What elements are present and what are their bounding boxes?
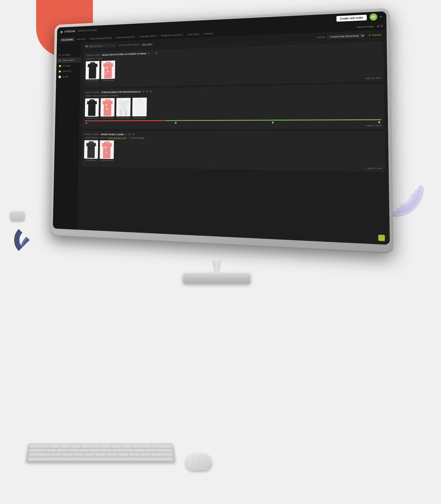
order-list-icon-1722969[interactable]: ☰ (129, 133, 131, 136)
image-thumb-6[interactable]: 7851299664.jpg (132, 98, 147, 119)
image-thumb-1[interactable]: 7435364741.jpg (85, 61, 99, 82)
key (51, 453, 61, 457)
refresh-label: Refresh (372, 33, 381, 36)
key (81, 445, 91, 449)
garment-svg-floral2 (102, 99, 113, 116)
search-input[interactable] (89, 44, 112, 47)
keyboard (26, 443, 175, 463)
garment-svg-floral3 (102, 141, 112, 158)
order-download-icon-1726036[interactable]: ⬇ (150, 90, 152, 93)
image-label-8: 13832966864.jpg (100, 159, 113, 161)
test-ftp-icon: 📁 (58, 70, 61, 73)
key (73, 453, 84, 457)
order-header-1722969: ORDER 1722969 ORDER NAME 1722969 ℹ ☰ ⬇ (84, 133, 381, 137)
list-view-icon[interactable]: ☰ (380, 25, 383, 28)
order-id-1722969: ORDER 1722969 (84, 133, 99, 135)
date-text-1722969: April 10, 2019 (367, 167, 382, 170)
refresh-button[interactable]: ↻ Refresh (367, 33, 383, 37)
garment-svg-white-suit (118, 99, 129, 115)
order-info-icon-1726036[interactable]: ℹ (143, 90, 144, 93)
tab-quote-pending[interactable]: Quote pending (52/259) (88, 35, 114, 41)
date-text-1726036: April 15, 2019 (367, 124, 382, 127)
key-row-4 (28, 457, 173, 461)
order-name-1722969: ORDER NAME 1722969 (101, 133, 124, 136)
image-label-3: 7435364741.jpg (86, 117, 98, 119)
key-row-2 (29, 449, 172, 453)
image-label-7: 500895562.jpg (86, 159, 96, 161)
progress-dot-1 (86, 122, 87, 124)
order-status-1722969: Quote received (85, 137, 98, 139)
order-meta-1722969: Quote received 2 items Quote received: €… (84, 137, 382, 140)
online-orders-label: Online orders (62, 59, 74, 62)
order-info-icon-1722969[interactable]: ℹ (126, 133, 127, 136)
image-thumb-4[interactable]: 1431434744.jpg (100, 98, 115, 119)
order-list-icon-1726036[interactable]: ☰ (146, 90, 148, 93)
image-thumb-7[interactable]: 500895562.jpg (84, 140, 98, 161)
sidebar-item-test-ftp[interactable]: 📁 Test FTP 2 (56, 68, 81, 74)
sidebar-item-online-orders[interactable]: 🖥 Online orders (57, 57, 81, 63)
tab-done[interactable]: Done (4/21) (185, 31, 201, 37)
tab-new[interactable]: New (2/2) (75, 37, 87, 42)
search-icon: 🔍 (86, 45, 88, 48)
image-thumb-8[interactable]: 13832966864.jpg (100, 140, 114, 162)
show-all-images-button[interactable]: Show all images (356, 25, 375, 29)
tab-archived[interactable]: Archived (202, 31, 214, 36)
progress-dots-1726036 (85, 121, 381, 124)
frog-icon: 🐸 (378, 235, 385, 241)
image-label-2: 1431434744.jpg (102, 79, 114, 82)
order-date-1726036: ↑ April 15, 2019 (85, 124, 381, 127)
tab-quote-received[interactable]: Quote received (2/2) (114, 34, 137, 40)
key (107, 453, 117, 457)
order-download-icon-1726044[interactable]: ⬇ (155, 52, 157, 54)
sidebar-collapse-button[interactable]: ‹ (57, 45, 81, 51)
tab-ready-review[interactable]: Ready for review (3/7) (159, 32, 185, 38)
sidebar-item-ftp-gaia[interactable]: 📁 FTP gaia (56, 62, 81, 69)
sort-area: Sort by: Created date descending Created… (317, 33, 383, 39)
to-bir-icon: 📄 (58, 76, 61, 78)
order-status-done-1726036: Done (86, 95, 91, 97)
all-orders-label: All orders (62, 53, 71, 56)
key (50, 445, 60, 449)
images-row-1726036: 7435364741.jpg (85, 94, 381, 119)
topbar-right: Create new order MT ▾ (336, 13, 382, 22)
date-text-1726044: April 15, 2019 (366, 77, 381, 80)
image-label-4: 1431434744.jpg (101, 117, 113, 119)
chevron-down-icon[interactable]: ▾ (380, 15, 382, 18)
monitor-wrapper: ▶ STREAM | BRIGHTRIVER Create new order … (39, 15, 395, 261)
order-meta-text-1722969: 2 items (100, 137, 106, 139)
clear-filters-button[interactable]: Clear filters (141, 43, 152, 45)
order-name-1726044: REJECTED PICTURES OF ORDER #1726036 (102, 52, 146, 56)
tab-all[interactable]: All (132/408) (60, 37, 75, 42)
date-arrow-1722969: ↑ (366, 167, 367, 170)
order-info-icon-1726044[interactable]: ℹ (148, 52, 149, 55)
image-box-3 (85, 98, 99, 117)
key (30, 445, 40, 449)
create-order-button[interactable]: Create new order (336, 14, 367, 21)
image-label-1: 7435364741.jpg (87, 80, 98, 82)
all-orders-icon: ☰ (59, 54, 61, 56)
sidebar-item-to-bir[interactable]: 📄 To BIR (56, 74, 80, 80)
order-download-icon-1722969[interactable]: ⬇ (133, 133, 135, 136)
logo-separator: | (76, 30, 77, 32)
image-thumb-5[interactable]: 5551987632.jpg (116, 98, 131, 119)
quote-link-1722969[interactable]: Quote received: € 4.25 (107, 137, 126, 139)
order-meta-text-1726036: 4 items (2 accepted, 2 rejected) (92, 94, 118, 97)
order-more-icon-1726044[interactable]: ⋯ (151, 52, 153, 55)
key (70, 445, 80, 449)
image-thumb-2[interactable]: 1431434744.jpg (101, 60, 115, 81)
progress-dot-4 (378, 121, 380, 123)
refresh-icon: ↻ (368, 34, 371, 37)
image-thumb-3[interactable]: 7435364741.jpg (85, 98, 99, 119)
grid-view-icon[interactable]: ⊞ (377, 25, 379, 28)
order-id-1726036: ORDER 1726036 (85, 91, 99, 93)
tab-production[interactable]: Production (69/77) (137, 34, 159, 39)
image-box-5 (116, 98, 131, 116)
image-box-8 (100, 140, 114, 159)
stand-neck (209, 261, 224, 274)
key (60, 445, 70, 449)
avatar-button[interactable]: MT (370, 13, 377, 21)
filter-count: 59 of 85 orders shown (119, 43, 140, 46)
monitor-bezel: ▶ STREAM | BRIGHTRIVER Create new order … (53, 11, 390, 245)
key (101, 445, 111, 449)
sort-select[interactable]: Created date descending Created date asc… (327, 33, 365, 39)
